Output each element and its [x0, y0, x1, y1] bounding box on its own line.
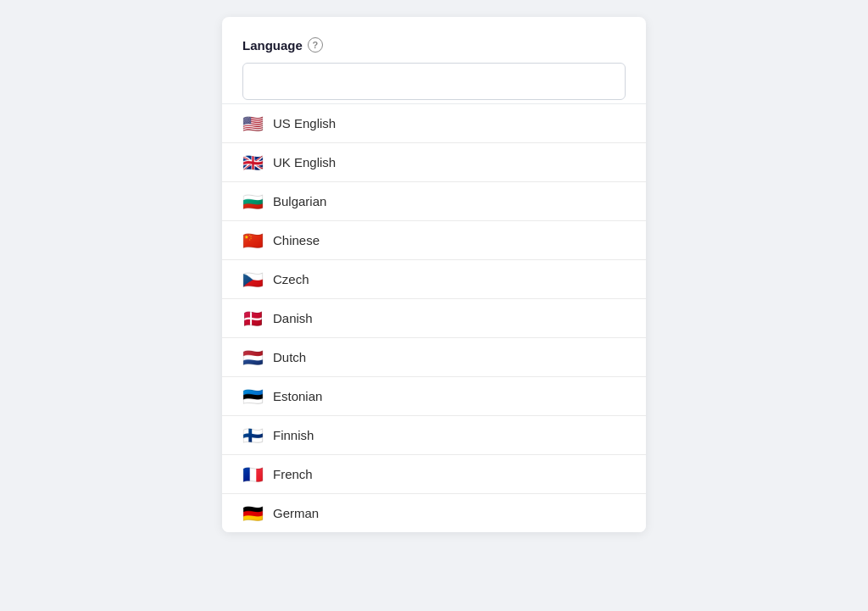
flag-icon-estonian: 🇪🇪	[242, 390, 263, 403]
list-item-bulgarian[interactable]: 🇧🇬Bulgarian	[222, 182, 646, 221]
language-panel: Language ? 🇺🇸US English🇬🇧UK English🇧🇬Bul…	[222, 17, 646, 532]
flag-icon-danish: 🇩🇰	[242, 312, 263, 325]
lang-name-czech: Czech	[273, 272, 309, 286]
list-item-uk-english[interactable]: 🇬🇧UK English	[222, 143, 646, 182]
list-item-chinese[interactable]: 🇨🇳Chinese	[222, 221, 646, 260]
list-item-finnish[interactable]: 🇫🇮Finnish	[222, 416, 646, 455]
lang-name-bulgarian: Bulgarian	[273, 194, 326, 208]
lang-name-finnish: Finnish	[273, 428, 314, 442]
list-item-danish[interactable]: 🇩🇰Danish	[222, 299, 646, 338]
list-item-german[interactable]: 🇩🇪German	[222, 494, 646, 532]
lang-name-estonian: Estonian	[273, 389, 322, 403]
flag-icon-uk-english: 🇬🇧	[242, 156, 263, 169]
flag-icon-czech: 🇨🇿	[242, 273, 263, 286]
flag-icon-dutch: 🇳🇱	[242, 351, 263, 364]
flag-icon-finnish: 🇫🇮	[242, 429, 263, 442]
list-item-us-english[interactable]: 🇺🇸US English	[222, 104, 646, 143]
list-item-estonian[interactable]: 🇪🇪Estonian	[222, 377, 646, 416]
lang-name-chinese: Chinese	[273, 233, 320, 247]
lang-name-uk-english: UK English	[273, 155, 336, 169]
lang-name-dutch: Dutch	[273, 350, 306, 364]
list-item-dutch[interactable]: 🇳🇱Dutch	[222, 338, 646, 377]
language-search-input[interactable]	[242, 63, 626, 100]
flag-icon-chinese: 🇨🇳	[242, 234, 263, 247]
page-container: Language ? 🇺🇸US English🇬🇧UK English🇧🇬Bul…	[0, 0, 868, 611]
lang-name-us-english: US English	[273, 116, 336, 131]
language-label: Language	[242, 38, 303, 53]
list-item-czech[interactable]: 🇨🇿Czech	[222, 260, 646, 299]
flag-icon-german: 🇩🇪	[242, 507, 263, 520]
lang-name-french: French	[273, 467, 313, 481]
flag-icon-french: 🇫🇷	[242, 468, 263, 481]
label-row: Language ?	[242, 37, 626, 53]
flag-icon-bulgarian: 🇧🇬	[242, 195, 263, 208]
lang-name-danish: Danish	[273, 311, 313, 325]
help-icon[interactable]: ?	[308, 37, 323, 53]
list-item-french[interactable]: 🇫🇷French	[222, 455, 646, 494]
lang-name-german: German	[273, 506, 319, 520]
language-list: 🇺🇸US English🇬🇧UK English🇧🇬Bulgarian🇨🇳Chi…	[222, 103, 646, 532]
flag-icon-us-english: 🇺🇸	[242, 117, 263, 131]
